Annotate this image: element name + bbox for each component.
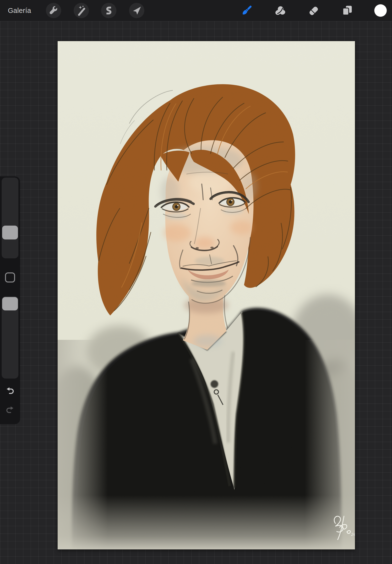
portrait-artwork: 24 bbox=[58, 41, 355, 550]
layers-icon bbox=[341, 4, 354, 17]
smudge-tool-button[interactable] bbox=[273, 4, 287, 17]
color-button[interactable] bbox=[374, 4, 387, 17]
eraser-icon bbox=[307, 4, 320, 17]
smudge-finger-icon bbox=[273, 4, 287, 17]
selection-button[interactable] bbox=[101, 3, 116, 18]
color-swatch-circle bbox=[374, 4, 387, 17]
brush-icon bbox=[240, 4, 253, 17]
top-toolbar: Galería bbox=[0, 0, 392, 21]
adjustments-button[interactable] bbox=[74, 3, 89, 18]
transform-arrow-icon bbox=[131, 5, 142, 16]
selection-s-icon bbox=[103, 5, 114, 16]
sidebar-tool-panel bbox=[0, 176, 20, 424]
transform-button[interactable] bbox=[129, 3, 144, 18]
actions-button[interactable] bbox=[46, 3, 61, 18]
paint-tool-button[interactable] bbox=[240, 4, 253, 17]
modify-button[interactable] bbox=[5, 273, 15, 282]
brush-size-slider[interactable] bbox=[2, 178, 18, 258]
procreate-workspace: Galería bbox=[0, 0, 392, 564]
layers-button[interactable] bbox=[341, 4, 354, 17]
undo-icon bbox=[5, 385, 15, 395]
brush-size-handle[interactable] bbox=[2, 226, 18, 239]
erase-tool-button[interactable] bbox=[307, 4, 320, 17]
magic-wand-icon bbox=[76, 5, 87, 16]
undo-button[interactable] bbox=[5, 385, 15, 395]
redo-button[interactable] bbox=[5, 404, 15, 414]
wrench-icon bbox=[48, 5, 59, 16]
gallery-button[interactable]: Galería bbox=[8, 0, 31, 21]
redo-icon bbox=[5, 404, 15, 414]
canvas[interactable]: 24 bbox=[58, 41, 355, 550]
opacity-slider[interactable] bbox=[2, 296, 18, 379]
opacity-handle[interactable] bbox=[2, 297, 18, 310]
paper-grain bbox=[58, 41, 355, 550]
